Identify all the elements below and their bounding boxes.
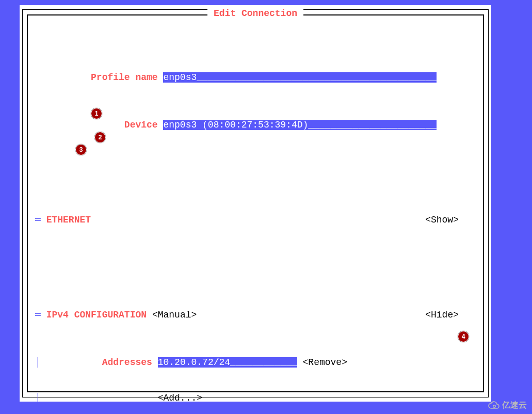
section-glyph-icon: ═ — [35, 215, 41, 225]
annotation-badge-2: 2 — [94, 132, 106, 143]
ethernet-toggle[interactable]: <Show> — [425, 215, 459, 225]
annotation-badge-4: 4 — [458, 331, 469, 342]
addresses-label: Addresses — [102, 357, 152, 368]
profile-name-input[interactable]: enp0s3__________________________________… — [163, 72, 436, 83]
cloud-icon — [488, 400, 500, 410]
profile-name-label: Profile name — [91, 72, 158, 83]
ethernet-header: ETHERNET — [46, 215, 91, 225]
svg-point-0 — [493, 405, 496, 407]
profile-name-row: Profile name enp0s3_____________________… — [35, 72, 476, 84]
device-row: Device enp0s3 (08:00:27:53:39:4D)_______… — [35, 119, 476, 131]
ipv4-header: IPv4 CONFIGURATION — [46, 310, 147, 320]
dialog-body: Profile name enp0s3_____________________… — [35, 36, 476, 381]
title-bar: Edit Connection — [20, 8, 491, 20]
address-add-button[interactable]: <Add...> — [158, 393, 202, 403]
device-label: Device — [124, 120, 158, 130]
ipv4-mode-select[interactable]: <Manual> — [152, 310, 197, 320]
tree-pipe-icon: │ — [35, 357, 41, 368]
address-remove-button[interactable]: <Remove> — [303, 357, 347, 368]
addresses-row: │ Addresses 10.20.0.72/24____________ <R… — [35, 357, 476, 369]
annotation-badge-3: 3 — [75, 144, 87, 155]
section-glyph-icon: ═ — [35, 310, 41, 320]
dialog-title: Edit Connection — [207, 8, 303, 20]
device-input[interactable]: enp0s3 (08:00:27:53:39:4D)______________… — [163, 120, 436, 130]
watermark: 亿速云 — [488, 399, 527, 411]
ipv4-toggle[interactable]: <Hide> — [425, 310, 459, 320]
annotation-badge-1: 1 — [91, 108, 102, 119]
address-input[interactable]: 10.20.0.72/24____________ — [158, 357, 297, 368]
ipv4-section-row: ═ IPv4 CONFIGURATION <Manual> <Hide> — [35, 309, 476, 321]
edit-connection-dialog: Edit Connection Profile name enp0s3_____… — [20, 5, 491, 402]
ethernet-section-row: ═ ETHERNET <Show> — [35, 214, 476, 226]
